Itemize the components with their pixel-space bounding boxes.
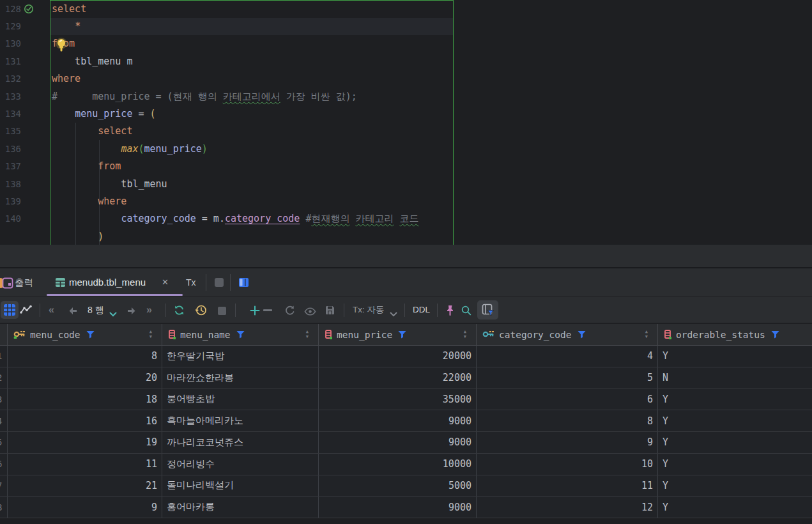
search-icon[interactable] bbox=[461, 305, 471, 318]
filter-funnel-icon[interactable] bbox=[236, 330, 245, 339]
cell-orderable_status[interactable]: Y bbox=[658, 410, 812, 431]
reload-page-icon[interactable] bbox=[173, 304, 185, 319]
column-header-menu_code[interactable]: menu_code▲▼ bbox=[8, 324, 162, 345]
cell-menu_price[interactable]: 10000 bbox=[319, 454, 477, 475]
cell-category_code[interactable]: 5 bbox=[477, 367, 658, 389]
cell-menu_code[interactable]: 19 bbox=[8, 432, 162, 453]
code-line[interactable]: select bbox=[52, 1, 86, 18]
cell-menu_price[interactable]: 9000 bbox=[319, 432, 477, 453]
delete-row-icon[interactable] bbox=[263, 309, 272, 311]
cell-menu_code[interactable]: 9 bbox=[8, 497, 162, 518]
table-row[interactable]: 611정어리빙수1000010Y bbox=[0, 454, 812, 475]
statement-executed-icon[interactable] bbox=[24, 4, 34, 17]
last-page-button[interactable]: » bbox=[146, 297, 152, 323]
cell-menu_name[interactable]: 홍어마카롱 bbox=[162, 497, 319, 518]
filter-panel-icon[interactable] bbox=[482, 304, 494, 319]
cell-menu_name[interactable]: 돌미나리백설기 bbox=[162, 475, 319, 497]
code-line[interactable]: * bbox=[52, 18, 80, 35]
tab-result-grid[interactable]: menudb.tbl_menu bbox=[69, 268, 146, 297]
cell-menu_code[interactable]: 20 bbox=[8, 367, 162, 389]
cell-category_code[interactable]: 8 bbox=[477, 410, 658, 431]
table-row[interactable]: 220마라깐쇼한라봉220005N bbox=[0, 367, 812, 389]
cell-menu_code[interactable]: 21 bbox=[8, 475, 162, 497]
cell-menu_price[interactable]: 35000 bbox=[319, 389, 477, 410]
cell-menu_code[interactable]: 18 bbox=[8, 389, 162, 410]
cell-menu_name[interactable]: 까나리코코넛쥬스 bbox=[162, 432, 319, 453]
table-row[interactable]: 519까나리코코넛쥬스90009Y bbox=[0, 432, 812, 454]
preview-eye-icon[interactable] bbox=[304, 307, 316, 318]
table-row[interactable]: 89홍어마카롱900012Y bbox=[0, 497, 812, 518]
cell-menu_name[interactable]: 붕어빵초밥 bbox=[162, 389, 319, 410]
cell-category_code[interactable]: 12 bbox=[477, 497, 658, 518]
add-row-icon[interactable] bbox=[250, 305, 260, 318]
column-header-menu_price[interactable]: menu_price▲▼ bbox=[319, 324, 477, 345]
filter-funnel-icon[interactable] bbox=[398, 330, 406, 339]
layout-columns-icon[interactable] bbox=[239, 278, 249, 289]
filter-funnel-icon[interactable] bbox=[86, 330, 95, 339]
tab-output[interactable]: 출력 bbox=[15, 268, 33, 297]
first-page-button[interactable]: « bbox=[49, 297, 54, 323]
history-icon[interactable] bbox=[195, 304, 207, 319]
column-header-orderable_status[interactable]: orderable_status bbox=[658, 324, 812, 345]
cell-category_code[interactable]: 9 bbox=[477, 432, 658, 453]
tx-mode-chevron-icon[interactable] bbox=[390, 308, 397, 320]
code-line[interactable]: where bbox=[52, 70, 80, 88]
cell-orderable_status[interactable]: Y bbox=[658, 497, 812, 518]
sql-editor[interactable]: 128129130131132133134135136137138139140 … bbox=[0, 0, 812, 245]
cell-menu_code[interactable]: 16 bbox=[8, 410, 162, 431]
close-tab-icon[interactable]: ✕ bbox=[162, 268, 169, 297]
revert-icon[interactable] bbox=[284, 305, 295, 318]
grid-view-icon[interactable] bbox=[4, 304, 15, 318]
column-header-category_code[interactable]: category_code▲▼ bbox=[477, 324, 658, 345]
sort-toggle-icon[interactable]: ▲▼ bbox=[645, 329, 648, 339]
cell-category_code[interactable]: 6 bbox=[477, 389, 658, 410]
code-line[interactable]: max(menu_price) bbox=[52, 141, 208, 158]
cell-category_code[interactable]: 4 bbox=[477, 346, 658, 367]
page-size-label[interactable]: 8 행 bbox=[88, 297, 104, 323]
cell-orderable_status[interactable]: Y bbox=[658, 475, 812, 497]
stop-icon[interactable] bbox=[218, 307, 226, 315]
code-line[interactable]: category_code = m.category_code #현재행의 카테… bbox=[52, 210, 418, 227]
table-row[interactable]: 416흑마늘아메리카노90008Y bbox=[0, 410, 812, 432]
cell-menu_code[interactable]: 8 bbox=[8, 346, 162, 367]
cell-orderable_status[interactable]: Y bbox=[658, 346, 812, 367]
code-line[interactable]: select bbox=[52, 123, 132, 140]
pin-icon[interactable] bbox=[445, 305, 455, 318]
cell-menu_price[interactable]: 22000 bbox=[319, 367, 477, 389]
cell-menu_name[interactable]: 마라깐쇼한라봉 bbox=[162, 367, 319, 389]
cell-menu_price[interactable]: 9000 bbox=[319, 497, 477, 518]
code-line[interactable]: menu_price = ( bbox=[52, 105, 156, 123]
cell-orderable_status[interactable]: Y bbox=[658, 432, 812, 453]
cell-category_code[interactable]: 11 bbox=[477, 475, 658, 497]
cell-menu_name[interactable]: 흑마늘아메리카노 bbox=[162, 410, 319, 431]
sort-toggle-icon[interactable]: ▲▼ bbox=[149, 329, 152, 339]
intention-bulb-icon[interactable] bbox=[55, 38, 68, 56]
tx-mode-label[interactable]: Tx: 자동 bbox=[353, 297, 385, 323]
ddl-button[interactable]: DDL bbox=[413, 297, 430, 323]
code-line[interactable]: # menu_price = (현재 행의 카테고리에서 가장 비싼 값); bbox=[52, 88, 357, 105]
cell-menu_price[interactable]: 9000 bbox=[319, 410, 477, 431]
cell-orderable_status[interactable]: N bbox=[658, 367, 812, 389]
previous-page-icon[interactable] bbox=[68, 306, 78, 318]
sort-toggle-icon[interactable]: ▲▼ bbox=[306, 329, 309, 339]
tab-tx[interactable]: Tx bbox=[186, 268, 196, 297]
table-row[interactable]: 721돌미나리백설기500011Y bbox=[0, 475, 812, 497]
cell-orderable_status[interactable]: Y bbox=[658, 454, 812, 475]
sort-toggle-icon[interactable]: ▲▼ bbox=[464, 329, 466, 339]
cell-menu_name[interactable]: 한우딸기국밥 bbox=[162, 346, 319, 367]
code-line[interactable]: from bbox=[52, 158, 121, 175]
column-header-menu_name[interactable]: menu_name▲▼ bbox=[162, 324, 319, 345]
cell-orderable_status[interactable]: Y bbox=[658, 389, 812, 410]
table-row[interactable]: 318붕어빵초밥350006Y bbox=[0, 389, 812, 411]
cell-menu_name[interactable]: 정어리빙수 bbox=[162, 454, 319, 475]
filter-funnel-icon[interactable] bbox=[771, 330, 779, 339]
code-line[interactable]: ) bbox=[52, 228, 103, 245]
next-page-icon[interactable] bbox=[126, 306, 136, 318]
cell-menu_price[interactable]: 5000 bbox=[319, 475, 477, 497]
cell-menu_code[interactable]: 11 bbox=[8, 454, 162, 475]
stop-console-icon[interactable] bbox=[215, 278, 224, 287]
save-icon[interactable] bbox=[325, 305, 335, 318]
page-size-chevron-icon[interactable] bbox=[109, 308, 117, 320]
filter-funnel-icon[interactable] bbox=[578, 330, 586, 339]
cell-category_code[interactable]: 10 bbox=[477, 454, 658, 475]
